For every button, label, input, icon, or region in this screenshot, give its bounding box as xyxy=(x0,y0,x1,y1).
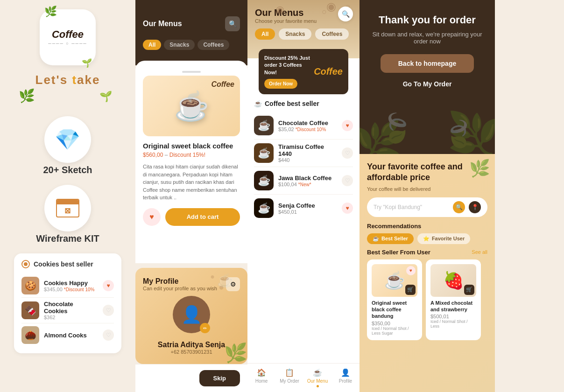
tab-snacks[interactable]: Snacks xyxy=(164,40,195,50)
active-indicator xyxy=(317,385,319,387)
list-item[interactable]: ☕ Tiramisu Coffee 1440 $440 ♡ xyxy=(254,140,353,167)
coffee-heart-1[interactable]: ♡ xyxy=(342,147,353,159)
best-seller-icon: ☕ xyxy=(373,236,379,242)
cookie-price-0: $345,00 *Discount 10% xyxy=(44,287,98,292)
logo-text: Coffee xyxy=(48,29,87,40)
sketch-icon-container: 💎 xyxy=(44,116,91,163)
profile-avatar: 👤 ✏ xyxy=(173,296,210,333)
cookies-dot xyxy=(21,260,30,268)
coffee-detail-panel: Our Menus 🔍 All Snacks Coffees ☕ Coffee … xyxy=(135,0,247,392)
list-item[interactable]: ☕ Senja Coffee $450,01 ♥ xyxy=(254,195,353,222)
sketch-label: 20+ Sketch xyxy=(43,165,92,175)
location-button[interactable]: 📍 xyxy=(469,201,481,213)
coffee-heart-3[interactable]: ♥ xyxy=(342,203,353,214)
coffee-price: $560,00 – Discount 15%! xyxy=(143,152,240,158)
thankyou-subtitle: Sit down and relax, we're prepairing you… xyxy=(369,31,486,45)
list-item[interactable]: 🍪 Cookies Happy $345,00 *Discount 10% ♥ xyxy=(21,274,114,298)
coffee-item-price-1: $440 xyxy=(278,157,337,163)
go-to-order-button[interactable]: Go To My Order xyxy=(403,80,452,88)
product-card-1[interactable]: 🍓 🛒 A Mixed chocolat and strawberry $500… xyxy=(426,259,481,340)
coffee-item-name-0: Chocolate Coffee xyxy=(278,119,337,126)
tab-favorite-user[interactable]: ⭐ Favorite User xyxy=(417,233,470,244)
discount-banner: Discount 25% Just order 3 Coffees Now! O… xyxy=(259,49,348,94)
back-to-homepage-button[interactable]: Back to homepage xyxy=(381,54,474,73)
cookies-card: Cookies best seller 🍪 Cookies Happy $345… xyxy=(14,253,121,353)
app-header-dark: Our Menus 🔍 All Snacks Coffees xyxy=(135,0,247,65)
bottom-nav: 🏠 Home 📋 My Order ☕ Our Menu 👤 Profile xyxy=(247,363,360,392)
tab-row: All Snacks Coffees xyxy=(135,36,247,54)
menus-tab-all[interactable]: All xyxy=(255,28,275,40)
product-heart-0[interactable]: ♥ xyxy=(406,266,416,275)
product-cart-0[interactable]: 🛒 xyxy=(405,285,416,295)
promo-subtitle: Your coffee will be delivered xyxy=(367,186,487,192)
recommendations-tabs: ☕ Best Seller ⭐ Favorite User xyxy=(367,233,487,244)
menu-title: Our Menus xyxy=(143,20,182,28)
cookie-price-1: $362 xyxy=(44,315,98,320)
skip-button[interactable]: Skip xyxy=(199,370,240,386)
tab-coffees[interactable]: Coffees xyxy=(197,40,229,50)
cookie-heart-0[interactable]: ♥ xyxy=(103,280,114,291)
cookie-heart-1[interactable]: ♡ xyxy=(103,305,114,316)
product-card-0[interactable]: ☕ ♥ 🛒 Original sweet black coffee bandun… xyxy=(367,259,422,340)
nav-our-menu[interactable]: ☕ Our Menu xyxy=(303,368,331,387)
coffee-item-name-1: Tiramisu Coffee 1440 xyxy=(278,143,337,157)
left-panel: Coffee ──── ○ ──── 🌿 🌱 Let's take 🌿 🌱 💎 … xyxy=(0,0,135,392)
profile-icon: 👤 xyxy=(341,368,350,377)
coffee-thumb-2: ☕ xyxy=(254,171,274,190)
search-icon-button[interactable]: 🔍 xyxy=(453,201,465,213)
edit-avatar-button[interactable]: ✏ xyxy=(200,323,210,333)
drag-handle xyxy=(182,71,201,73)
menus-tab-snacks[interactable]: Snacks xyxy=(279,28,311,40)
cookie-heart-2[interactable]: ♡ xyxy=(103,329,114,341)
product-cart-1[interactable]: 🛒 xyxy=(464,285,474,295)
coffee-actions: ♥ Add to cart xyxy=(143,208,240,226)
nav-home[interactable]: 🏠 Home xyxy=(247,368,275,387)
see-all-link[interactable]: See all xyxy=(472,249,487,255)
app-promo-card: 🌿 Your favorite coffee and affordable pr… xyxy=(360,154,495,392)
nav-profile[interactable]: 👤 Profile xyxy=(331,368,360,387)
tab-best-seller[interactable]: ☕ Best Seller xyxy=(367,233,414,244)
order-now-button[interactable]: Order Now xyxy=(264,79,297,89)
menu-bar: Our Menus 🔍 xyxy=(135,12,247,36)
coffee-heart-0[interactable]: ♥ xyxy=(342,120,353,131)
list-item[interactable]: 🍫 Chocolate Cookies $362 ♡ xyxy=(21,298,114,323)
search-button-top[interactable]: 🔍 xyxy=(225,16,240,31)
product-image-0: ☕ ♥ 🛒 xyxy=(372,264,417,297)
menus-tab-coffees[interactable]: Coffees xyxy=(315,28,349,40)
profile-subtitle: Can edit your profile as you wish xyxy=(143,286,217,291)
profile-card: ☕ ● ● My Profile Can edit your profile a… xyxy=(135,268,247,364)
thankyou-title: Thank you for order xyxy=(379,14,476,26)
list-item[interactable]: 🌰 Almond Cooks ♡ xyxy=(21,323,114,347)
right-panel: 🌿 🌿 🍃 🍃 Thank you for order Sit down and… xyxy=(360,0,495,392)
cookie-image-2: 🌰 xyxy=(21,326,39,344)
list-item[interactable]: ☕ Chocolate Coffee $35,02 *Discount 10% … xyxy=(254,112,353,140)
menus-search-button[interactable]: 🔍 xyxy=(338,7,353,21)
search-placeholder: Try "Kopi Bandung" xyxy=(374,204,449,210)
menus-title: Our Menus xyxy=(255,7,352,18)
product-cards-row: ☕ ♥ 🛒 Original sweet black coffee bandun… xyxy=(367,259,487,340)
list-item[interactable]: ☕ Jawa Black Coffee $100,04 *New* ♡ xyxy=(254,167,353,195)
recommendations-title: Recommendations xyxy=(367,223,487,230)
discount-text: Discount 25% Just order 3 Coffees Now! xyxy=(264,55,314,76)
nav-my-order[interactable]: 📋 My Order xyxy=(275,368,303,387)
product-tag-1: Iced / Normal Shot / Less xyxy=(430,319,476,329)
favorite-user-icon: ⭐ xyxy=(423,236,430,242)
section-title: Coffee best seller xyxy=(265,100,319,107)
product-name-1: A Mixed chocolat and strawberry xyxy=(430,300,476,313)
coffee-thumb-0: ☕ xyxy=(254,116,274,135)
coffee-heart-2[interactable]: ♡ xyxy=(342,175,353,186)
favorite-button[interactable]: ♥ xyxy=(143,208,161,226)
product-price-1: $500,01 xyxy=(430,314,476,319)
add-to-cart-button[interactable]: Add to cart xyxy=(165,208,240,226)
cookie-name-0: Cookies Happy xyxy=(44,280,98,287)
tab-all[interactable]: All xyxy=(143,40,161,50)
wireframe-label: Wireframe KIT xyxy=(36,233,99,244)
brand-tag: Coffee xyxy=(212,80,235,89)
coffee-item-price-2: $100,04 *New* xyxy=(278,182,337,187)
best-seller-row: Best Seller From User See all xyxy=(367,249,487,256)
search-bar[interactable]: Try "Kopi Bandung" 🔍 📍 xyxy=(367,197,487,217)
coffee-item-price-0: $35,02 *Discount 10% xyxy=(278,126,337,132)
tagline: Let's take xyxy=(35,73,100,87)
product-tag-0: Iced / Normal Shot / Less Sugar xyxy=(372,326,417,336)
menus-subtitle: Choose your favorite menu xyxy=(255,18,352,24)
